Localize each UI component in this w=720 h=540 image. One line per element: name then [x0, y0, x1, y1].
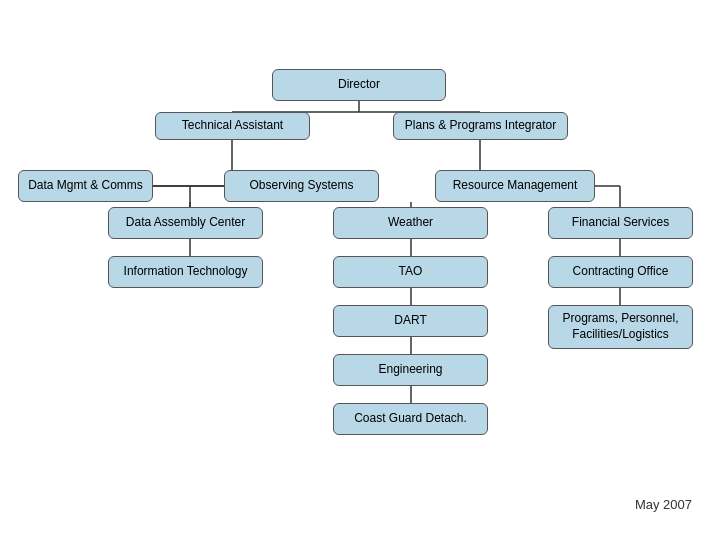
data-mgmt-node: Data Mgmt & Comms — [18, 170, 153, 202]
financial-node: Financial Services — [548, 207, 693, 239]
date-label: May 2007 — [635, 497, 692, 512]
plans-programs-node: Plans & Programs Integrator — [393, 112, 568, 140]
tech-assistant-node: Technical Assistant — [155, 112, 310, 140]
dart-node: DART — [333, 305, 488, 337]
engineering-node: Engineering — [333, 354, 488, 386]
coast-guard-node: Coast Guard Detach. — [333, 403, 488, 435]
info-tech-node: Information Technology — [108, 256, 263, 288]
tao-node: TAO — [333, 256, 488, 288]
contracting-node: Contracting Office — [548, 256, 693, 288]
programs-personnel-node: Programs, Personnel, Facilities/Logistic… — [548, 305, 693, 349]
director-node: Director — [272, 69, 446, 101]
org-chart: Director Technical Assistant Plans & Pro… — [0, 0, 720, 540]
weather-node: Weather — [333, 207, 488, 239]
resource-mgmt-node: Resource Management — [435, 170, 595, 202]
observing-node: Observing Systems — [224, 170, 379, 202]
data-assembly-node: Data Assembly Center — [108, 207, 263, 239]
